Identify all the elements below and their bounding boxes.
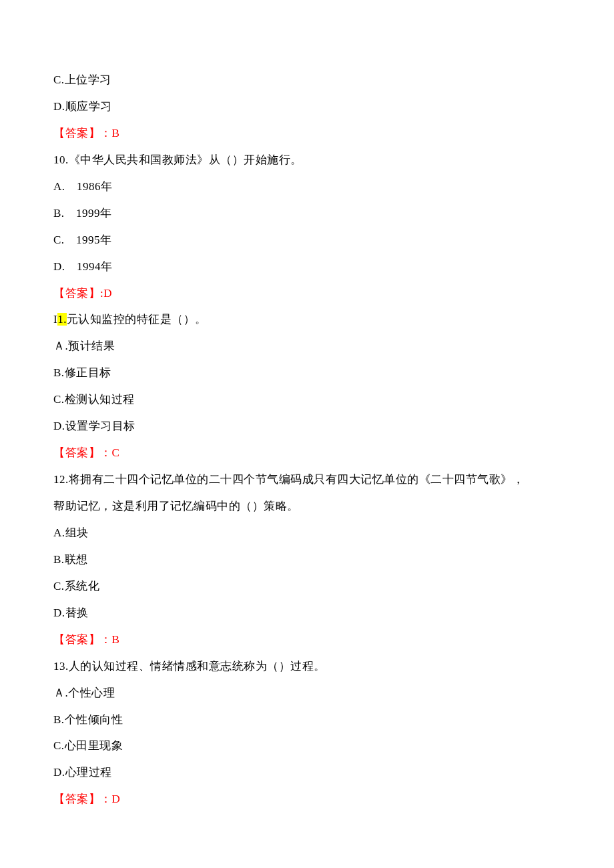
q10-answer: 【答案】:D <box>53 280 561 307</box>
q13-answer: 【答案】：D <box>53 786 561 813</box>
q12-option-a: A.组块 <box>53 520 561 546</box>
q9-option-d: D.顺应学习 <box>53 93 561 120</box>
q11-stem-suffix: 元认知监控的特征是（）。 <box>67 313 207 326</box>
q13-option-c: C.心田里现象 <box>53 733 561 759</box>
q12-option-c: C.系统化 <box>53 573 561 600</box>
q10-option-d: D. 1994年 <box>53 254 561 280</box>
q11-option-b: B.修正目标 <box>53 360 561 386</box>
q10-option-b: B. 1999年 <box>53 200 561 227</box>
q13-option-d: D.心理过程 <box>53 759 561 786</box>
q13-option-b: B.个性倾向性 <box>53 707 561 733</box>
q13-stem: 13.人的认知过程、情绪情感和意志统称为（）过程。 <box>53 653 561 680</box>
q10-option-c: C. 1995年 <box>53 227 561 254</box>
q9-answer: 【答案】：B <box>53 120 561 147</box>
q10-option-a: A. 1986年 <box>53 173 561 200</box>
q10-stem: 10.《中华人民共和国教师法》从（）开始施行。 <box>53 147 561 173</box>
q12-answer: 【答案】：B <box>53 626 561 653</box>
q11-option-c: C.检测认知过程 <box>53 386 561 413</box>
q11-option-a: Ａ.预计结果 <box>53 333 561 360</box>
q11-option-d: D.设置学习目标 <box>53 413 561 440</box>
q11-answer: 【答案】：C <box>53 440 561 466</box>
q9-option-c: C.上位学习 <box>53 67 561 93</box>
exam-content: C.上位学习 D.顺应学习 【答案】：B 10.《中华人民共和国教师法》从（）开… <box>53 67 561 813</box>
q11-stem: I1.元认知监控的特征是（）。 <box>53 306 561 333</box>
q11-highlight: 1. <box>57 313 67 326</box>
q12-option-d: D.替换 <box>53 600 561 626</box>
q12-stem-line2: 帮助记忆，这是利用了记忆编码中的（）策略。 <box>53 493 561 520</box>
q13-option-a: Ａ.个性心理 <box>53 680 561 707</box>
q12-option-b: B.联想 <box>53 546 561 573</box>
q12-stem-line1: 12.将拥有二十四个记忆单位的二十四个节气编码成只有四大记忆单位的《二十四节气歌… <box>53 466 561 493</box>
